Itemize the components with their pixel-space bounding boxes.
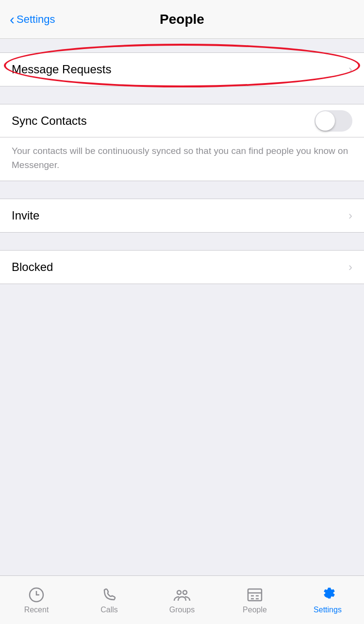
svg-point-1 <box>177 590 181 594</box>
blocked-chevron-icon: › <box>348 260 352 274</box>
settings-icon <box>319 586 336 604</box>
svg-rect-3 <box>248 589 262 601</box>
tab-groups-label: Groups <box>169 606 195 614</box>
tab-people[interactable]: People <box>218 576 291 624</box>
sync-contacts-section: Sync Contacts Your contacts will be cont… <box>0 104 364 181</box>
back-label: Settings <box>17 13 55 26</box>
chevron-left-icon: ‹ <box>10 12 15 27</box>
toggle-knob <box>315 111 335 131</box>
people-icon <box>246 586 264 604</box>
sync-contacts-row: Sync Contacts <box>0 104 364 137</box>
sync-contacts-label: Sync Contacts <box>12 114 87 128</box>
tab-people-label: People <box>243 606 267 614</box>
blocked-row[interactable]: Blocked › <box>0 251 364 284</box>
tab-calls[interactable]: Calls <box>73 576 146 624</box>
invite-label: Invite <box>12 209 39 222</box>
calls-icon <box>100 586 118 604</box>
invite-chevron-icon: › <box>348 209 352 222</box>
groups-icon <box>173 586 191 604</box>
invite-section: Invite › <box>0 199 364 233</box>
tab-calls-label: Calls <box>100 606 118 614</box>
header: ‹ Settings People <box>0 0 364 39</box>
tab-recent-label: Recent <box>24 606 49 614</box>
tab-groups[interactable]: Groups <box>146 576 218 624</box>
message-requests-row[interactable]: Message Requests › <box>0 53 364 86</box>
invite-row[interactable]: Invite › <box>0 199 364 232</box>
tab-recent[interactable]: Recent <box>0 576 73 624</box>
tab-settings-label: Settings <box>314 606 342 614</box>
page-title: People <box>160 12 204 27</box>
blocked-section: Blocked › <box>0 250 364 284</box>
blocked-label: Blocked <box>12 260 53 274</box>
tab-bar: Recent Calls Groups People <box>0 575 364 624</box>
message-requests-label: Message Requests <box>12 63 111 76</box>
sync-contacts-toggle[interactable] <box>314 110 352 132</box>
svg-point-2 <box>183 590 187 594</box>
sync-contacts-description: Your contacts will be continuously synce… <box>0 137 364 181</box>
gap-3 <box>0 233 364 250</box>
message-requests-container: Message Requests › <box>0 52 364 86</box>
recent-icon <box>28 586 45 604</box>
tab-settings[interactable]: Settings <box>291 576 364 624</box>
gap-2 <box>0 181 364 199</box>
message-requests-chevron-icon: › <box>348 63 352 76</box>
gap-1 <box>0 86 364 104</box>
back-button[interactable]: ‹ Settings <box>10 12 55 27</box>
message-requests-section: Message Requests › <box>0 52 364 86</box>
